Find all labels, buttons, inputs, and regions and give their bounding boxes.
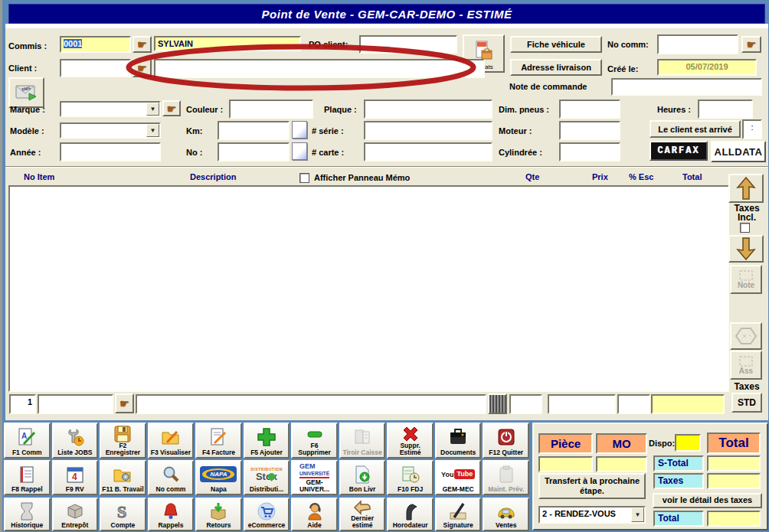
alldata-button[interactable]: ALLDATA [711,141,766,162]
toolbar-liste-jobs-button[interactable]: Liste JOBS [52,423,99,459]
toolbar-f1-comm-button[interactable]: AF1 Comm [4,423,51,459]
stop-button[interactable] [730,322,762,350]
adresse-livraison-button[interactable]: Adresse livraison [510,59,602,76]
toolbar-napa-button[interactable]: NAPANapa [195,460,242,495]
toolbar-f11-b-travail-button[interactable]: F11 B. Travail [100,460,146,495]
piece-amount-field[interactable] [538,456,593,472]
annee-field[interactable] [60,142,161,162]
memo-checkbox[interactable] [299,173,309,183]
client-arrive-button[interactable]: Le client est arrivé [650,120,741,138]
carte-field[interactable] [364,142,492,162]
scroll-up-button[interactable] [728,174,764,203]
toolbar-entrepot-button[interactable]: Entrepôt [52,498,99,531]
chevron-down-icon[interactable]: ▼ [146,103,159,116]
toolbar-compte-button[interactable]: SCompte [100,498,146,531]
toolbar-signature-button[interactable]: Signature [435,498,482,531]
toolbar-distribution-button[interactable]: DISTRIBUTIONStoxDistributi... [244,460,290,495]
entry-browse-button[interactable]: ☛ [115,393,134,413]
entry-desc-field[interactable] [136,394,486,414]
std-button[interactable]: STD [731,393,762,413]
scroll-down-button[interactable] [728,235,764,263]
ass-button[interactable]: Ass [730,351,762,380]
arrow-up-icon [736,177,756,200]
arrive-time-field[interactable]: : [742,119,762,139]
toolbar-tiroir-caisse-button[interactable]: Tiroir Caisse [339,423,386,459]
chevron-down-icon[interactable]: ▼ [631,508,644,522]
chevron-down-icon[interactable]: ▼ [146,124,159,137]
toolbar-f3-visualiser-button[interactable]: F3 Visualiser [148,423,195,459]
toolbar-f8-rappel-button[interactable]: F8 Rappel [4,460,51,495]
toolbar-f4-facture-button[interactable]: F4 Facture [195,423,242,459]
invoice-icon [208,425,228,449]
toolbar-aide-button[interactable]: Aide [291,498,338,531]
moteur-field[interactable] [559,121,620,140]
marque-select[interactable]: ▼ [60,101,161,117]
entry-qty-field[interactable] [509,394,542,414]
total-amount-field[interactable] [707,511,761,527]
commis-name-field[interactable]: SYLVAIN [154,36,301,51]
serie-field[interactable] [364,121,492,140]
toolbar-gem-mec-button[interactable]: YouTubeGEM-MEC [435,460,482,495]
toolbar-rappels-button[interactable]: Rappels [148,498,195,531]
toolbar-historique-button[interactable]: Historique [4,498,51,531]
no-note-button[interactable] [292,142,307,160]
po-client-field[interactable] [359,35,457,54]
dim-pneus-field[interactable] [559,100,620,119]
commis-code-field[interactable]: 0001 [60,36,131,53]
toolbar-f6-supprimer-button[interactable]: F6 Supprimer [291,423,338,459]
carfax-button[interactable]: CARFAX [650,141,708,161]
transfer-button[interactable]: Transfert à la prochaine étape. [538,473,646,499]
commis-browse-button[interactable]: ☛ [133,36,152,53]
toolbar-f9-rv-button[interactable]: 4F9 RV [52,460,99,495]
cylindree-field[interactable] [559,142,620,162]
entry-line-field[interactable]: 1 [9,394,36,414]
plaque-field[interactable] [364,100,492,119]
tire-button[interactable] [488,393,507,414]
sms-button[interactable]: SMS [8,77,44,108]
toolbar-documents-button[interactable]: Documents [435,423,482,459]
toolbar-suppr-estime-button[interactable]: Suppr. Estimé [387,423,434,459]
client-name-field[interactable] [154,59,485,78]
client-browse-button[interactable]: ☛ [133,59,152,77]
fiche-vehicule-button[interactable]: Fiche véhicule [510,36,602,53]
toolbar-no-comm-button[interactable]: No comm [148,460,195,495]
toolbar-ventes-button[interactable]: Ventes [483,498,529,531]
items-list[interactable] [8,185,729,392]
toolbar-dernier-estime-button[interactable]: Dernier estimé [339,498,386,531]
entry-disc-field[interactable] [617,394,650,414]
next-step-select[interactable]: 2 - RENDEZ-VOUS▼ [538,506,646,524]
toolbar-f12-quitter-button[interactable]: F12 Quitter [483,423,529,459]
entry-code-field[interactable] [38,394,113,414]
note-button[interactable]: Note [730,265,762,294]
toolbar-maint-prev-button[interactable]: Maint. Prév. [483,460,529,495]
note-commande-field[interactable] [611,78,762,96]
toolbar-gem-universite-button[interactable]: GEMUNIVERSITÉGEM-UNIVER... [291,460,338,495]
toolbar-retours-button[interactable]: Retours [195,498,242,531]
mo-amount-field[interactable] [596,456,647,472]
no-field[interactable] [218,142,290,162]
no-comm-browse-button[interactable]: ☛ [741,36,761,53]
heures-field[interactable] [698,100,753,119]
marque-browse-button[interactable]: ☛ [162,100,181,116]
taxes-amount-field[interactable] [707,473,761,489]
no-label: No : [186,148,202,157]
client-code-field[interactable] [60,59,131,77]
entry-price-field[interactable] [548,394,616,414]
dispo-field[interactable] [675,434,701,452]
couleur-field[interactable] [229,100,313,119]
toolbar-f2-enregistrer-button[interactable]: F2 Enregistrer [100,423,146,459]
pos-window: Point de Vente - GEM-CAR-DEMO - ESTIMÉ C… [0,0,769,532]
taxes-incl-checkbox[interactable] [740,223,750,233]
modele-select[interactable]: ▼ [60,122,161,139]
toolbar-bon-livr-button[interactable]: Bon Livr [339,460,386,495]
s-total-amount-field[interactable] [707,455,761,472]
km-note-button[interactable] [292,121,307,139]
toolbar-f10-fdj-button[interactable]: F10 FDJ [387,460,434,495]
km-field[interactable] [218,121,290,140]
toolbar-horodateur-button[interactable]: Horodateur [387,498,434,531]
toolbar-f5-ajouter-button[interactable]: F5 Ajouter [244,423,290,459]
tax-detail-button[interactable]: voir le détail des taxes [653,493,762,508]
entry-total-field[interactable] [651,394,725,414]
no-comm-field[interactable] [657,34,738,54]
toolbar-ecommerce-button[interactable]: eCommerce [244,498,290,531]
